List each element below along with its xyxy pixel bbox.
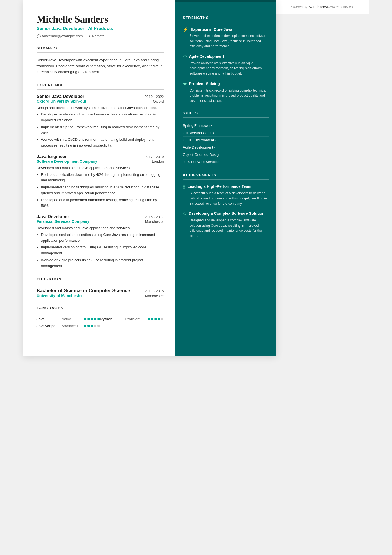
exp-location-2: London [152, 159, 164, 164]
exp-dates-1: 2019 - 2022 [145, 95, 164, 99]
dot [84, 318, 86, 320]
strength-title-2: Agile Development [189, 54, 224, 59]
candidate-title: Senior Java Developer - AI Products [37, 26, 164, 31]
experience-divider [37, 89, 164, 90]
email-value: fakeemail@example.com [42, 34, 83, 38]
strength-item-1: ⚡ Expertise in Core Java 5+ years of exp… [183, 27, 269, 49]
achievements-section: ACHIEVEMENTS ⌸ Leading a High-Performanc… [183, 173, 269, 238]
lang-level-python: Proficient [125, 317, 145, 321]
skill-item-1: Spring Framework · [183, 122, 269, 129]
exp-desc-2: Developed and maintained Java applicatio… [37, 165, 164, 171]
strength-header-2: ♔ Agile Development [183, 54, 269, 59]
dot [151, 318, 153, 320]
exp-bullets-3: Developed scalable applications using Co… [37, 232, 164, 269]
footer-brand: Powered by ∞ Enhancv [290, 5, 328, 9]
skill-item-5: Object-Oriented Design · [183, 151, 269, 158]
exp-location-1: Oxford [153, 99, 164, 103]
dot [84, 325, 86, 327]
exp-desc-1: Design and develop software systems util… [37, 105, 164, 111]
strength-header-1: ⚡ Expertise in Core Java [183, 27, 269, 32]
strengths-title: STRENGTHS [183, 16, 269, 20]
edu-school-1: University of Manchester [37, 293, 83, 298]
location-value: Remote [92, 34, 105, 38]
top-accent-bar [175, 0, 276, 2]
resume-page: Michelle Sanders Senior Java Developer -… [23, 0, 276, 356]
lang-javascript: JavaScript Advanced [37, 324, 100, 328]
summary-title: SUMMARY [37, 46, 164, 50]
achievement-item-2: ♔ Developing a Complex Software Solution… [183, 211, 269, 238]
skills-section: SKILLS Spring Framework · GIT Version Co… [183, 111, 269, 165]
bullet: Developed and implemented automated test… [41, 197, 164, 209]
page-footer: Powered by ∞ Enhancv www.enhancv.com [276, 0, 369, 14]
lang-java: Java Native [37, 317, 100, 321]
lang-python: Python Proficient [100, 317, 164, 321]
exp-header-2: Java Engineer 2017 - 2019 [37, 154, 164, 159]
contact-info: ◯ fakeemail@example.com ● Remote [37, 34, 164, 38]
strength-item-3: ★ Problem-Solving Consistent track recor… [183, 81, 269, 103]
lang-dots-java [84, 318, 100, 320]
location-icon: ● [88, 34, 91, 38]
strength-desc-3: Consistent track record of solving compl… [183, 88, 269, 103]
exp-role-2: Java Engineer [37, 154, 67, 159]
dot [154, 318, 157, 320]
exp-entry-2: Java Engineer 2017 - 2019 Software Devel… [37, 154, 164, 209]
enhancv-logo: ∞ Enhancv [309, 5, 328, 9]
resume-header: Michelle Sanders Senior Java Developer -… [37, 13, 164, 38]
candidate-name: Michelle Sanders [37, 13, 164, 25]
email-contact: ◯ fakeemail@example.com [37, 34, 83, 38]
skills-divider [183, 117, 269, 118]
achievement-item-1: ⌸ Leading a High-Performance Team Succes… [183, 184, 269, 206]
bullet: Worked within a CI/CD environment, autom… [41, 137, 164, 149]
exp-company-row-2: Software Development Company London [37, 159, 164, 164]
edu-entry-1: Bachelor of Science in Computer Science … [37, 288, 164, 298]
lang-name-java: Java [37, 317, 59, 321]
experience-title: EXPERIENCE [37, 83, 164, 87]
dot [87, 318, 90, 320]
team-icon: ⌸ [183, 184, 185, 189]
lang-dots-python [148, 318, 163, 320]
email-icon: ◯ [37, 34, 41, 38]
achievements-divider [183, 179, 269, 180]
exp-company-1: Oxford University Spin-out [37, 99, 86, 103]
achievement-title-1: Leading a High-Performance Team [188, 184, 252, 189]
skill-item-3: CI/CD Environment · [183, 137, 269, 144]
languages-section: LANGUAGES Java Native Python P [37, 306, 164, 328]
right-inner: STRENGTHS ⚡ Expertise in Core Java 5+ ye… [183, 16, 269, 239]
edu-school-row-1: University of Manchester Manchester [37, 293, 164, 298]
achievement-header-1: ⌸ Leading a High-Performance Team [183, 184, 269, 189]
edu-dates-1: 2011 - 2015 [145, 289, 164, 293]
exp-bullets-2: Reduced application downtime by 40% thro… [37, 172, 164, 209]
exp-role-3: Java Developer [37, 214, 69, 219]
strength-item-2: ♔ Agile Development Proven ability to wo… [183, 54, 269, 76]
skills-title: SKILLS [183, 111, 269, 115]
exp-company-2: Software Development Company [37, 159, 98, 164]
education-section: EDUCATION Bachelor of Science in Compute… [37, 277, 164, 298]
exp-company-row-1: Oxford University Spin-out Oxford [37, 99, 164, 103]
exp-role-1: Senior Java Developer [37, 94, 85, 99]
footer-website: www.enhancv.com [328, 5, 355, 9]
dot [91, 318, 93, 320]
exp-entry-1: Senior Java Developer 2019 - 2022 Oxford… [37, 94, 164, 149]
bullet: Implemented Spring Framework resulting i… [41, 124, 164, 136]
skill-item-6: RESTful Web Services [183, 158, 269, 165]
strengths-divider [183, 22, 269, 22]
exp-header-3: Java Developer 2015 - 2017 [37, 214, 164, 219]
exp-dates-2: 2017 - 2019 [145, 155, 164, 159]
achievement-desc-1: Successfully led a team of 5 developers … [183, 191, 269, 206]
languages-title: LANGUAGES [37, 306, 164, 310]
achievement-header-2: ♔ Developing a Complex Software Solution [183, 211, 269, 216]
powered-by-label: Powered by [290, 5, 307, 9]
education-title: EDUCATION [37, 277, 164, 281]
dot [97, 318, 100, 320]
bullet: Implemented caching techniques resulting… [41, 184, 164, 196]
bullet: Worked on Agile projects using JIRA resu… [41, 257, 164, 269]
summary-divider [37, 52, 164, 53]
experience-section: EXPERIENCE Senior Java Developer 2019 - … [37, 83, 164, 269]
exp-dates-3: 2015 - 2017 [145, 215, 164, 219]
lang-dots-js [84, 325, 100, 327]
strength-desc-1: 5+ years of experience developing comple… [183, 33, 269, 49]
skill-item-2: GIT Version Control · [183, 129, 269, 137]
lightning-icon: ⚡ [183, 27, 188, 32]
languages-grid: Java Native Python Proficient [37, 317, 164, 328]
exp-bullets-1: Developed scalable and high-performance … [37, 112, 164, 149]
